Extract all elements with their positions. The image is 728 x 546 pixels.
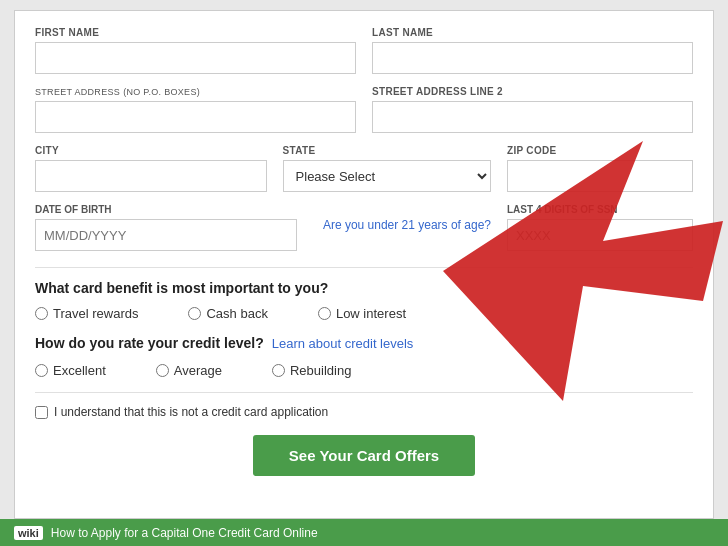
terms-label: I understand that this is not a credit c… bbox=[54, 405, 328, 419]
dob-group: DATE OF BIRTH bbox=[35, 204, 297, 251]
ssn-group: LAST 4 DIGITS OF SSN bbox=[507, 204, 693, 251]
divider2 bbox=[35, 392, 693, 393]
excellent-radio[interactable] bbox=[35, 364, 48, 377]
street-address2-group: STREET ADDRESS LINE 2 bbox=[372, 86, 693, 133]
submit-row: See Your Card Offers bbox=[35, 435, 693, 476]
first-name-label: FIRST NAME bbox=[35, 27, 356, 38]
average-option[interactable]: Average bbox=[156, 363, 222, 378]
footer-bar: wiki How to Apply for a Capital One Cred… bbox=[0, 519, 728, 546]
average-label: Average bbox=[174, 363, 222, 378]
travel-rewards-option[interactable]: Travel rewards bbox=[35, 306, 138, 321]
cash-back-option[interactable]: Cash back bbox=[188, 306, 267, 321]
card-benefit-options: Travel rewards Cash back Low interest bbox=[35, 306, 693, 321]
street-address2-input[interactable] bbox=[372, 101, 693, 133]
age-link[interactable]: Are you under 21 years of age? bbox=[323, 218, 491, 232]
credit-level-question: How do you rate your credit level? bbox=[35, 335, 264, 351]
wiki-logo: wiki bbox=[14, 525, 43, 540]
low-interest-label: Low interest bbox=[336, 306, 406, 321]
last-name-label: LAST NAME bbox=[372, 27, 693, 38]
zip-label: ZIP CODE bbox=[507, 145, 693, 156]
excellent-option[interactable]: Excellent bbox=[35, 363, 106, 378]
credit-level-link[interactable]: Learn about credit levels bbox=[272, 336, 414, 351]
cash-back-label: Cash back bbox=[206, 306, 267, 321]
city-group: CITY bbox=[35, 145, 267, 192]
zip-group: ZIP CODE bbox=[507, 145, 693, 192]
ssn-input[interactable] bbox=[507, 219, 693, 251]
terms-checkbox[interactable] bbox=[35, 406, 48, 419]
city-input[interactable] bbox=[35, 160, 267, 192]
low-interest-option[interactable]: Low interest bbox=[318, 306, 406, 321]
divider bbox=[35, 267, 693, 268]
state-select[interactable]: Please Select ALAKAZCA COCTFLGA NYTX bbox=[283, 160, 491, 192]
state-label: STATE bbox=[283, 145, 491, 156]
street-address-input[interactable] bbox=[35, 101, 356, 133]
first-name-input[interactable] bbox=[35, 42, 356, 74]
city-label: CITY bbox=[35, 145, 267, 156]
excellent-label: Excellent bbox=[53, 363, 106, 378]
first-name-group: FIRST NAME bbox=[35, 27, 356, 74]
ssn-label: LAST 4 DIGITS OF SSN bbox=[507, 204, 693, 215]
card-benefit-question: What card benefit is most important to y… bbox=[35, 280, 693, 296]
travel-rewards-label: Travel rewards bbox=[53, 306, 138, 321]
dob-input[interactable] bbox=[35, 219, 297, 251]
credit-level-options: Excellent Average Rebuilding bbox=[35, 363, 693, 378]
state-group: STATE Please Select ALAKAZCA COCTFLGA NY… bbox=[283, 145, 491, 192]
average-radio[interactable] bbox=[156, 364, 169, 377]
rebuilding-option[interactable]: Rebuilding bbox=[272, 363, 351, 378]
rebuilding-label: Rebuilding bbox=[290, 363, 351, 378]
see-offers-button[interactable]: See Your Card Offers bbox=[253, 435, 475, 476]
zip-input[interactable] bbox=[507, 160, 693, 192]
travel-rewards-radio[interactable] bbox=[35, 307, 48, 320]
street-address-group: STREET ADDRESS (NO P.O. BOXES) bbox=[35, 86, 356, 133]
cash-back-radio[interactable] bbox=[188, 307, 201, 320]
terms-checkbox-row: I understand that this is not a credit c… bbox=[35, 405, 693, 419]
rebuilding-radio[interactable] bbox=[272, 364, 285, 377]
dob-label: DATE OF BIRTH bbox=[35, 204, 297, 215]
street-address-label: STREET ADDRESS (NO P.O. BOXES) bbox=[35, 86, 356, 97]
low-interest-radio[interactable] bbox=[318, 307, 331, 320]
credit-level-row: How do you rate your credit level? Learn… bbox=[35, 335, 693, 351]
footer-text: How to Apply for a Capital One Credit Ca… bbox=[51, 526, 318, 540]
last-name-group: LAST NAME bbox=[372, 27, 693, 74]
last-name-input[interactable] bbox=[372, 42, 693, 74]
street-address2-label: STREET ADDRESS LINE 2 bbox=[372, 86, 693, 97]
